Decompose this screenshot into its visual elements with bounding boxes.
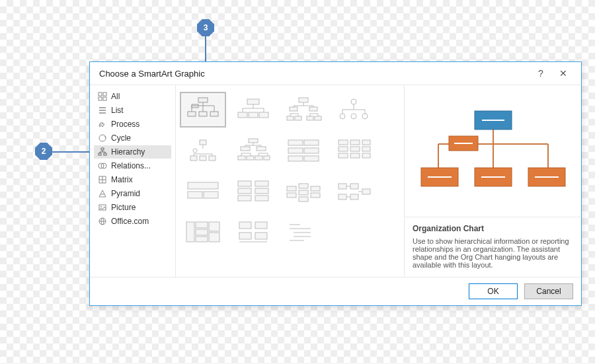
gallery-item[interactable] [180,174,226,209]
svg-rect-35 [249,112,258,118]
sidebar-item-label: Picture [111,203,136,212]
preview-pane: Organization Chart Use to show hierarchi… [404,85,581,277]
svg-rect-22 [198,98,208,102]
sidebar-item-process[interactable]: Process [94,118,171,131]
svg-rect-67 [338,147,348,151]
gallery-item[interactable] [230,92,276,127]
svg-point-44 [351,99,356,104]
svg-point-46 [351,114,356,119]
process-icon [98,120,107,129]
sidebar-item-pyramid[interactable]: Pyramid [94,187,171,200]
svg-rect-105 [255,233,267,239]
category-sidebar: All List Process Cycle Hierarchy Relatio… [90,85,176,277]
svg-rect-86 [299,184,308,188]
svg-rect-90 [311,193,320,198]
svg-rect-72 [362,140,370,145]
svg-rect-32 [210,112,218,116]
svg-rect-79 [238,188,251,194]
callout-2-leader [52,151,95,153]
svg-rect-75 [188,182,218,189]
gallery-item[interactable] [230,133,276,168]
svg-rect-63 [304,148,319,153]
sidebar-item-label: Process [111,120,139,129]
svg-point-45 [340,114,345,119]
preview-name: Organization Chart [413,224,573,233]
cancel-button[interactable]: Cancel [524,283,573,299]
help-button[interactable]: ? [530,68,552,79]
svg-rect-70 [350,147,360,151]
svg-rect-34 [238,112,247,118]
gallery-item[interactable] [331,133,377,168]
ok-button[interactable]: OK [469,283,518,299]
svg-rect-64 [288,156,303,161]
svg-rect-1 [103,92,106,96]
svg-rect-85 [287,193,296,198]
svg-rect-59 [264,156,270,160]
sidebar-item-cycle[interactable]: Cycle [94,131,171,145]
svg-rect-80 [238,196,251,201]
svg-rect-60 [288,140,303,145]
preview-canvas [405,85,581,217]
sidebar-item-matrix[interactable]: Matrix [94,173,171,186]
svg-rect-81 [255,181,268,186]
svg-rect-40 [287,116,294,120]
svg-rect-56 [238,156,245,160]
sidebar-item-hierarchy[interactable]: Hierarchy [94,145,171,159]
gallery-item[interactable] [180,133,226,168]
gallery-item[interactable] [280,92,327,127]
gallery-item[interactable] [331,174,377,209]
sidebar-item-label: Pyramid [111,189,140,198]
svg-rect-66 [338,140,348,145]
gallery-item[interactable] [331,92,377,127]
svg-rect-38 [290,107,298,111]
all-icon [98,92,107,101]
sidebar-item-relationship[interactable]: Relations... [94,159,171,172]
gallery-item[interactable] [180,215,226,250]
svg-rect-61 [304,140,319,145]
sidebar-item-officecom[interactable]: Office.com [94,215,171,228]
svg-rect-9 [99,153,101,155]
gallery-item[interactable] [230,174,276,209]
svg-rect-33 [247,99,259,104]
sidebar-item-label: Office.com [111,217,149,226]
gallery-item[interactable] [230,215,276,250]
preview-diagram [417,102,569,201]
close-button[interactable]: ✕ [552,68,575,79]
cycle-icon [98,133,107,143]
svg-rect-8 [101,148,104,150]
callout-3: 3 [197,19,214,36]
svg-rect-39 [309,107,317,111]
sidebar-item-all[interactable]: All [94,90,171,103]
svg-rect-76 [188,192,202,198]
pyramid-icon [98,189,107,198]
svg-rect-54 [241,147,250,151]
gallery-item[interactable] [280,174,327,209]
svg-rect-96 [186,222,194,242]
gallery-item-org-chart[interactable] [180,92,226,127]
svg-rect-88 [299,197,308,201]
svg-rect-2 [99,97,102,100]
svg-rect-73 [362,147,370,151]
sidebar-item-picture[interactable]: Picture [94,201,171,214]
svg-rect-30 [188,112,196,116]
svg-rect-100 [209,222,219,231]
sidebar-item-list[interactable]: List [94,104,171,117]
svg-rect-91 [338,184,346,189]
sidebar-item-label: List [111,106,124,115]
sidebar-item-label: Cycle [111,133,131,143]
smartart-dialog: Choose a SmartArt Graphic ? ✕ All List P… [89,61,582,306]
svg-rect-103 [255,222,267,229]
svg-rect-92 [338,194,346,200]
picture-icon [98,203,107,212]
relationship-icon [98,161,107,170]
svg-rect-99 [196,237,208,242]
svg-rect-77 [204,192,218,198]
gallery-item[interactable] [280,133,327,168]
gallery-item[interactable] [280,215,327,250]
template-gallery [176,85,404,277]
sidebar-item-label: Matrix [111,175,133,184]
svg-rect-78 [238,181,251,186]
svg-rect-104 [239,233,251,239]
svg-rect-102 [239,222,251,229]
svg-rect-49 [190,156,197,161]
